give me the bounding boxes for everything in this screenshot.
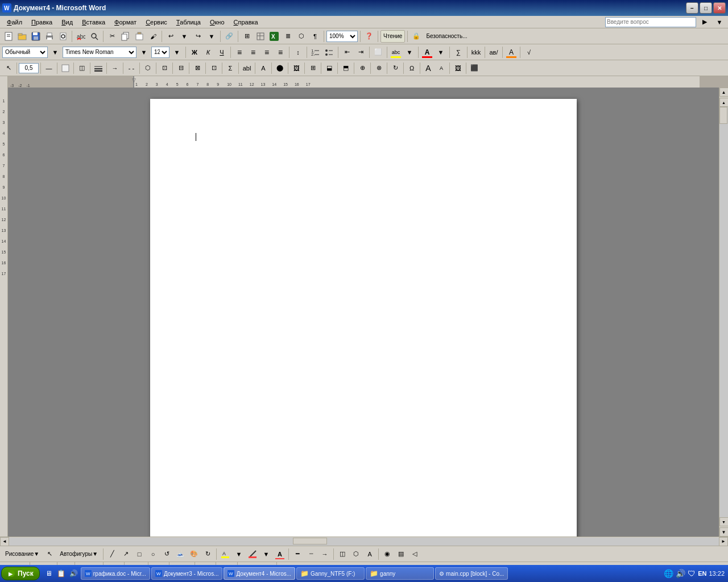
hyperlink-button[interactable]: 🔗 xyxy=(223,30,235,43)
send-behind-button[interactable]: ⬓ xyxy=(323,62,336,74)
menu-file[interactable]: Файл xyxy=(2,18,27,27)
draw-normal-select[interactable]: ↖ xyxy=(2,62,15,74)
menu-help[interactable]: Справка xyxy=(229,18,263,27)
rect-tool[interactable]: □ xyxy=(133,548,146,560)
scroll-down-button[interactable]: ▼ xyxy=(719,527,729,537)
italic-button[interactable]: К xyxy=(202,46,214,59)
scroll-track[interactable] xyxy=(719,107,729,517)
insert-table-button[interactable] xyxy=(254,30,267,43)
style-dropdown[interactable]: ▼ xyxy=(49,46,61,59)
oval-tool[interactable]: ○ xyxy=(147,548,159,560)
redo-button[interactable]: ↪ xyxy=(192,30,204,43)
align-center-button[interactable]: ≡ xyxy=(247,46,259,59)
copy-button[interactable] xyxy=(119,30,132,43)
fill-color-button[interactable] xyxy=(59,62,72,74)
start-button[interactable]: ▶ Пуск xyxy=(1,567,40,580)
help-search-dropdown[interactable]: ▼ xyxy=(713,16,726,28)
line-style-draw[interactable]: ━ xyxy=(291,548,304,560)
insert-excel-button[interactable]: X xyxy=(268,30,280,43)
print-button[interactable] xyxy=(43,30,56,43)
ungroup-button[interactable]: ⊗ xyxy=(373,62,385,74)
math-button[interactable]: √ xyxy=(523,46,535,59)
style-select[interactable]: Обычный xyxy=(2,47,48,58)
fill-dropdown[interactable]: ▼ xyxy=(233,548,245,560)
font-size-select[interactable]: 12 xyxy=(151,47,169,58)
text-box-button[interactable]: ▤ xyxy=(395,548,407,560)
rotate-tool-button[interactable]: ↻ xyxy=(201,548,214,560)
align-justify-button[interactable]: ≡ xyxy=(274,46,287,59)
scroll-up-button[interactable]: ▲ xyxy=(719,88,729,97)
fill-color-draw[interactable]: A xyxy=(219,548,231,560)
font-color-draw[interactable]: A xyxy=(274,548,286,560)
taskbar-icon-3[interactable]: 🔊 xyxy=(68,567,80,580)
undo-dropdown[interactable]: ▼ xyxy=(178,30,191,43)
scroll-prev-page[interactable]: ▲ xyxy=(719,98,729,107)
dash-style-button[interactable]: - - xyxy=(125,62,138,74)
font-select[interactable]: Times New Roman xyxy=(63,47,136,58)
more-btn5[interactable]: Σ xyxy=(224,62,237,74)
horizontal-scrollbar[interactable]: ◄ ► xyxy=(0,537,728,546)
help-search-input[interactable] xyxy=(605,17,696,27)
symbol-button[interactable]: Ω xyxy=(406,62,418,74)
diagram-button[interactable]: ⬤ xyxy=(274,62,286,74)
line-width-input[interactable] xyxy=(19,63,39,73)
reading-view-button[interactable]: Чтение xyxy=(380,30,405,43)
wordart-button[interactable]: A xyxy=(257,62,270,74)
scroll-next-page[interactable]: ▼ xyxy=(719,517,729,526)
help-search-go[interactable]: ▶ xyxy=(698,16,711,28)
insert-wordart[interactable]: A xyxy=(363,548,376,560)
more-btn3[interactable]: ⊠ xyxy=(191,62,204,74)
menu-view[interactable]: Вид xyxy=(57,18,77,27)
tables-borders-button[interactable]: ⊞ xyxy=(241,30,253,43)
wave-arrow-left[interactable]: ◁ xyxy=(408,548,421,560)
insert-clipart-button[interactable]: 🎨 xyxy=(188,548,200,560)
new-button[interactable] xyxy=(2,30,15,43)
menu-window[interactable]: Окно xyxy=(205,18,229,27)
3d-button[interactable]: ⬡ xyxy=(142,62,154,74)
more-btn1[interactable]: ⊡ xyxy=(158,62,171,74)
line-spacing-button[interactable]: ↕ xyxy=(292,46,304,59)
undo-button[interactable]: ↩ xyxy=(164,30,177,43)
bullets-button[interactable] xyxy=(323,46,336,59)
formula-button[interactable]: ∑ xyxy=(452,46,465,59)
font-color-dropdown[interactable]: ▼ xyxy=(435,46,447,59)
bold-button[interactable]: Ж xyxy=(188,46,201,59)
autoshapes-button[interactable]: Автофигуры▼ xyxy=(57,548,101,560)
hscroll-thumb[interactable] xyxy=(293,538,327,544)
redo-dropdown[interactable]: ▼ xyxy=(205,30,218,43)
taskbar-doc3[interactable]: W Документ3 - Micros... xyxy=(151,567,223,580)
picture-insert[interactable]: 🖼 xyxy=(452,62,464,74)
shadow-style-draw[interactable]: ◫ xyxy=(336,548,349,560)
insert-text-button[interactable]: abl xyxy=(241,62,253,74)
rotate-free-button[interactable]: ↺ xyxy=(160,548,173,560)
extra2-button[interactable]: ав/ xyxy=(487,46,500,59)
align-left-button[interactable]: ≡ xyxy=(233,46,246,59)
text-wrap-button[interactable]: ⊞ xyxy=(307,62,319,74)
group-button[interactable]: ⊕ xyxy=(356,62,369,74)
open-button[interactable] xyxy=(16,30,28,43)
outside-border-button[interactable]: ⬜ xyxy=(372,46,384,59)
taskbar-ganny2[interactable]: 📁 ganny xyxy=(366,567,434,580)
drawing-button[interactable]: ⬡ xyxy=(295,30,308,43)
line-color-dropdown[interactable]: ▼ xyxy=(260,548,272,560)
taskbar-main-cpp[interactable]: ⚙ main.cpp [block] - Co... xyxy=(435,567,508,580)
increase-indent-button[interactable]: ⇥ xyxy=(354,46,367,59)
research-button[interactable] xyxy=(88,30,101,43)
minimize-button[interactable]: − xyxy=(686,2,698,14)
numbering-button[interactable]: 1.2. xyxy=(309,46,322,59)
select-objects-button[interactable]: ↖ xyxy=(43,548,56,560)
taskbar-grafika[interactable]: W графика.doc - Micr... xyxy=(81,567,150,580)
edit-picture-button[interactable]: 🖼 xyxy=(290,62,303,74)
line-tool[interactable]: ╱ xyxy=(106,548,118,560)
document-page[interactable] xyxy=(150,99,577,537)
font-size-large[interactable]: A xyxy=(422,62,435,74)
safe-mode-button[interactable]: 🔒 xyxy=(410,30,423,43)
send-forward-button[interactable]: ⬒ xyxy=(340,62,352,74)
taskbar-ganny[interactable]: 📁 Ganny_NTF5 (F:) xyxy=(296,567,365,580)
tray-security[interactable]: 🛡 xyxy=(688,569,696,578)
highlight-dropdown[interactable]: ▼ xyxy=(403,46,416,59)
taskbar-icon-1[interactable]: 🖥 xyxy=(43,567,55,580)
lang-indicator[interactable]: EN xyxy=(698,570,706,577)
flowchart-button[interactable]: ◉ xyxy=(381,548,394,560)
zoom-select[interactable]: 100%75%50%150% xyxy=(326,31,358,42)
